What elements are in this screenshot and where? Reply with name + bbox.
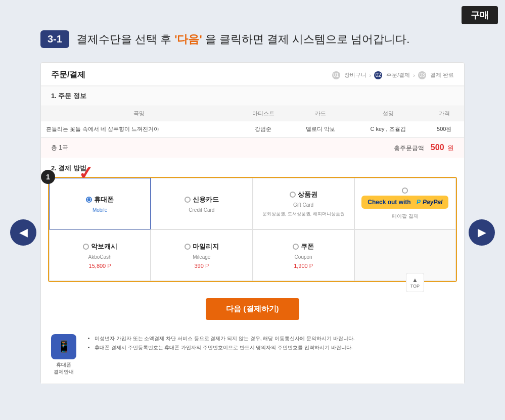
footer-text-2: 휴대폰 결제시 주민등록번호는 휴대폰 가입자의 주민번호이므로 반드시 명의자… (95, 343, 354, 352)
coupon-name-en: Coupon (295, 254, 312, 260)
gift-radio-label: 상품권 (290, 190, 317, 199)
mileage-radio-label: 마일리지 (185, 242, 219, 251)
top-buy-button[interactable]: 구매 (462, 6, 498, 24)
gift-name-kr: 상품권 (298, 190, 317, 199)
akbo-name-en: AkboCash (88, 254, 112, 260)
footer-icon-wrap: 📱 휴대폰결제안내 (51, 334, 76, 376)
order-title: 주문/결제 (51, 70, 85, 80)
breadcrumb: 01 장바구니 › 02 주문/결제 › 03 결제 완료 (332, 71, 454, 79)
coupon-radio-dot (293, 244, 299, 250)
step-badge: 3-1 (40, 30, 69, 48)
payment-grid: 휴대폰 Mobile 신용카드 Credit Card (48, 177, 457, 282)
top-label: TOP (410, 284, 420, 289)
mobile-name-en: Mobile (93, 207, 107, 213)
akbo-radio-dot (83, 244, 89, 250)
mobile-name-kr: 휴대폰 (94, 195, 114, 204)
credit-radio-label: 신용카드 (185, 195, 219, 204)
credit-name-kr: 신용카드 (193, 195, 219, 204)
payment-empty-cell (354, 229, 456, 281)
paypal-brand2: PayPal (423, 199, 442, 206)
footer-text-1: 미성년자 가입자 또는 소액결제 차단 서비스 등으로 결제가 되지 않는 경우… (95, 334, 354, 343)
top-arrow-icon: ▲ (410, 276, 420, 284)
total-amount-value: 500 원 (431, 143, 454, 152)
mileage-name-en: Mileage (193, 254, 210, 260)
col-header-name: 곡명 (41, 106, 238, 121)
paypal-btn-label: Check out with (368, 199, 410, 206)
bc-num-2: 02 (374, 71, 382, 79)
credit-name-en: Credit Card (189, 207, 214, 213)
bc-arrow-1: › (370, 72, 372, 78)
mileage-radio-dot (185, 244, 191, 250)
step-text-part3: 을 클릭하면 결제 시스템으로 넘어갑니다. (202, 33, 410, 45)
paypal-sublabel: 페이팔 결제 (392, 213, 419, 220)
col-header-card: 카드 (289, 106, 352, 121)
bc-label-1: 장바구니 (344, 71, 366, 79)
nav-right-button[interactable]: ▶ (469, 219, 495, 246)
step-circle-1: 1 (41, 170, 55, 184)
order-header: 주문/결제 01 장바구니 › 02 주문/결제 › 03 결제 완료 (41, 63, 464, 86)
akbo-name-kr: 악보캐시 (91, 242, 117, 251)
step-instruction: 3-1 결제수단을 선택 후 '다음' 을 클릭하면 결제 시스템으로 넘어갑니… (40, 30, 465, 48)
mileage-name-kr: 마일리지 (193, 242, 219, 251)
payment-mileage[interactable]: 마일리지 Mileage 390 P (151, 229, 252, 281)
item-desc: C key , 조율김 (352, 121, 425, 137)
akbo-radio-label: 악보캐시 (83, 242, 117, 251)
bc-num-3: 03 (418, 71, 426, 79)
payment-mobile[interactable]: 휴대폰 Mobile (49, 178, 151, 229)
step-text: 결제수단을 선택 후 '다음' 을 클릭하면 결제 시스템으로 넘어갑니다. (76, 32, 410, 47)
nav-left-button[interactable]: ◀ (10, 219, 36, 246)
coupon-radio-label: 쿠폰 (293, 242, 314, 251)
mileage-amount: 390 P (195, 263, 209, 269)
payment-paypal[interactable]: Check out with PPayPal 페이팔 결제 (354, 178, 456, 229)
total-count: 총 1곡 (51, 144, 68, 152)
gift-name-sub: 문화상품권, 도서상품권, 해피머니상품권 (262, 211, 345, 217)
order-table: 곡명 아티스트 카드 설명 가격 흔들리는 꽃들 속에서 네 샴푸향이 느껴진거… (41, 106, 464, 137)
bc-num-1: 01 (332, 71, 340, 79)
next-button[interactable]: 다음 (결제하기) (206, 298, 299, 320)
total-row: 총 1곡 총주문금액 500 원 (41, 137, 464, 158)
payment-akbo[interactable]: 악보캐시 AkboCash 15,800 P (49, 229, 151, 281)
bc-arrow-2: › (413, 72, 415, 78)
payment-credit[interactable]: 신용카드 Credit Card (151, 178, 252, 229)
payment-section-label: 2. 결제 방법 (41, 158, 464, 177)
step-text-part1: 결제수단 (76, 33, 121, 45)
footer-mobile-icon: 📱 (51, 334, 76, 359)
checkmark-icon: ✓ (77, 162, 95, 184)
col-header-desc: 설명 (352, 106, 425, 121)
step-text-part2: 을 선택 후 (121, 33, 174, 45)
paypal-radio-label (402, 188, 408, 194)
total-amount-label: 총주문금액 (394, 145, 424, 152)
total-amount-wrapper: 총주문금액 500 원 (394, 143, 454, 153)
gift-name-en1: Gift Card (293, 202, 313, 208)
bc-label-3: 결제 완료 (430, 71, 454, 79)
paypal-button[interactable]: Check out with PPayPal (361, 196, 448, 209)
footer-icon-label: 휴대폰결제안내 (54, 361, 74, 376)
credit-radio-dot (185, 197, 191, 203)
col-header-price: 가격 (424, 106, 464, 121)
mobile-radio-label: 휴대폰 (86, 195, 114, 204)
item-artist: 강범준 (238, 121, 289, 137)
step-text-highlight: '다음' (174, 33, 202, 45)
order-box: 주문/결제 01 장바구니 › 02 주문/결제 › 03 결제 완료 1. 주… (40, 62, 465, 384)
paypal-brand: P (417, 199, 421, 206)
paypal-radio-dot (402, 188, 408, 194)
bc-label-2: 주문/결제 (386, 71, 410, 79)
footer-texts: 미성년자 가입자 또는 소액결제 차단 서비스 등으로 결제가 되지 않는 경우… (86, 334, 354, 352)
coupon-name-kr: 쿠폰 (301, 242, 314, 251)
section1-header: 1. 주문 정보 (41, 86, 464, 106)
coupon-amount: 1,900 P (294, 263, 313, 269)
akbo-amount: 15,800 P (89, 263, 111, 269)
table-row: 흔들리는 꽃들 속에서 네 샴푸향이 느껴진거야 강범준 멜로디 악보 C ke… (41, 121, 464, 137)
payment-grid-wrapper: 1 ✓ 휴대폰 Mobile (41, 177, 464, 289)
footer-info: 📱 휴대폰결제안내 미성년자 가입자 또는 소액결제 차단 서비스 등으로 결제… (41, 326, 464, 384)
payment-gift[interactable]: 상품권 Gift Card 문화상품권, 도서상품권, 해피머니상품권 (253, 178, 354, 229)
mobile-icon-symbol: 📱 (57, 340, 71, 353)
next-btn-wrapper: 다음 (결제하기) (41, 289, 464, 325)
item-card: 멜로디 악보 (289, 121, 352, 137)
top-scroll-button[interactable]: ▲ TOP (406, 273, 424, 292)
mobile-radio-dot (86, 197, 92, 203)
payment-coupon[interactable]: 쿠폰 Coupon 1,900 P (253, 229, 354, 281)
item-name: 흔들리는 꽃들 속에서 네 샴푸향이 느껴진거야 (41, 121, 238, 137)
item-price: 500원 (424, 121, 464, 137)
col-header-artist: 아티스트 (238, 106, 289, 121)
